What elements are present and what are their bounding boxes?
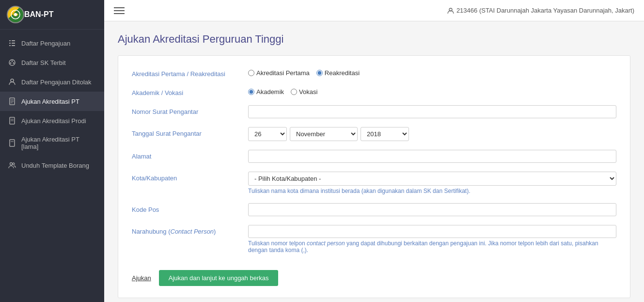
- radio-akreditasi-pertama[interactable]: Akreditasi Pertama: [248, 69, 310, 77]
- document3-icon: [8, 139, 16, 147]
- list-icon: [8, 39, 16, 48]
- kodepos-row: Kode Pos: [132, 203, 616, 216]
- sidebar: BAN-PT Daftar Pengajuan Daftar SK Terbit…: [0, 0, 104, 302]
- kodepos-field: [248, 203, 616, 216]
- radio-reakreditasi-label: Reakreditasi: [325, 69, 360, 77]
- page-content: Ajukan Akreditasi Perguruan Tinggi Akred…: [104, 21, 644, 302]
- topbar: 213466 (STAI Darunnajah Jakarta Yayasan …: [104, 0, 644, 21]
- narahubung-hint: Tuliskan nomor telpon contact person yan…: [248, 240, 616, 254]
- narahubung-input[interactable]: [248, 225, 616, 238]
- akreditasi-label: Akreditasi Pertama / Reakreditasi: [132, 67, 248, 78]
- svg-point-12: [11, 79, 14, 82]
- radio-akreditasi-pertama-label: Akreditasi Pertama: [256, 69, 310, 77]
- radio-vokasi-label: Vokasi: [299, 88, 317, 95]
- topbar-user: 213466 (STAI Darunnajah Jakarta Yayasan …: [447, 7, 634, 14]
- sidebar-title: BAN-PT: [24, 10, 53, 19]
- page-title: Ajukan Akreditasi Perguruan Tinggi: [118, 33, 630, 46]
- kota-field: - Pilih Kota/Kabupaten - Tuliskan nama k…: [248, 172, 616, 194]
- sidebar-item-daftar-pengajuan-ditolak[interactable]: Daftar Pengajuan Ditolak: [0, 72, 104, 92]
- document2-icon: [8, 116, 16, 125]
- radio-akademik-label: Akademik: [256, 88, 284, 95]
- alamat-label: Alamat: [132, 150, 248, 160]
- radio-akademik-input[interactable]: [248, 89, 254, 95]
- radio-akademik[interactable]: Akademik: [248, 88, 284, 95]
- sidebar-header: BAN-PT: [0, 0, 104, 30]
- logo-svg: [11, 10, 20, 19]
- nomor-surat-row: Nomor Surat Pengantar: [132, 105, 616, 118]
- day-select[interactable]: 26: [248, 127, 287, 141]
- sidebar-item-label: Ajukan Akreditasi PT [lama]: [21, 136, 96, 150]
- sidebar-item-daftar-pengajuan[interactable]: Daftar Pengajuan: [0, 33, 104, 53]
- radio-reakreditasi-input[interactable]: [316, 70, 323, 76]
- radio-vokasi[interactable]: Vokasi: [291, 88, 317, 95]
- sidebar-item-label: Daftar Pengajuan Ditolak: [21, 79, 92, 86]
- document-icon: [8, 97, 16, 106]
- logo-icon: [7, 6, 24, 23]
- kota-select[interactable]: - Pilih Kota/Kabupaten -: [248, 172, 616, 186]
- sidebar-item-unduh-template-borang[interactable]: Unduh Template Borang: [0, 156, 104, 175]
- svg-point-10: [13, 63, 15, 64]
- svg-rect-20: [10, 140, 15, 146]
- tanggal-label: Tanggal Surat Pengantar: [132, 127, 248, 137]
- ajukan-lanjut-button[interactable]: Ajukan dan lanjut ke unggah berkas: [159, 270, 279, 286]
- akreditasi-field: Akreditasi Pertama Reakreditasi: [248, 67, 616, 77]
- form-footer: Ajukan Ajukan dan lanjut ke unggah berka…: [132, 262, 616, 286]
- radio-reakreditasi[interactable]: Reakreditasi: [316, 69, 360, 77]
- topbar-user-label: 213466 (STAI Darunnajah Jakarta Yayasan …: [456, 7, 634, 14]
- radio-akreditasi-pertama-input[interactable]: [248, 70, 254, 76]
- nomor-surat-input[interactable]: [248, 105, 616, 118]
- kota-row: Kota/Kabupaten - Pilih Kota/Kabupaten - …: [132, 172, 616, 194]
- month-select[interactable]: November Januari Februari Maret April Me…: [290, 127, 358, 141]
- kota-hint: Tuliskan nama kota dimana institusi bera…: [248, 188, 616, 194]
- alamat-field: [248, 150, 616, 163]
- user-icon: [447, 7, 454, 14]
- alamat-row: Alamat: [132, 150, 616, 163]
- akreditasi-row: Akreditasi Pertama / Reakreditasi Akredi…: [132, 67, 616, 78]
- svg-point-9: [12, 61, 13, 62]
- sidebar-nav: Daftar Pengajuan Daftar SK Terbit Daftar…: [0, 30, 104, 175]
- nomor-surat-field: [248, 105, 616, 118]
- svg-rect-7: [12, 45, 15, 46]
- narahubung-label: Narahubung (Contact Person): [132, 225, 248, 235]
- tanggal-field: 26 November Januari Februari Maret April…: [248, 127, 616, 141]
- narahubung-label-text: Narahubung (Contact Person): [132, 228, 216, 235]
- svg-rect-5: [12, 43, 15, 44]
- svg-point-11: [10, 63, 12, 64]
- radio-vokasi-input[interactable]: [291, 89, 297, 95]
- menu-line-2: [114, 10, 125, 11]
- akademik-row: Akademik / Vokasi Akademik Vokasi: [132, 86, 616, 96]
- narahubung-field: Tuliskan nomor telpon contact person yan…: [248, 225, 616, 254]
- kota-label: Kota/Kabupaten: [132, 172, 248, 182]
- nomor-surat-label: Nomor Surat Pengantar: [132, 105, 248, 115]
- svg-point-1: [14, 13, 17, 16]
- tanggal-row: Tanggal Surat Pengantar 26 November Janu…: [132, 127, 616, 141]
- people-icon: [8, 161, 16, 170]
- sidebar-item-ajukan-akreditasi-pt-lama[interactable]: Ajukan Akreditasi PT [lama]: [0, 130, 104, 156]
- sidebar-item-label: Ajukan Akreditasi Prodi: [21, 117, 86, 125]
- alamat-input[interactable]: [248, 150, 616, 163]
- ajukan-button[interactable]: Ajukan: [132, 274, 151, 282]
- sidebar-item-label: Unduh Template Borang: [21, 162, 89, 169]
- palette-icon: [8, 58, 16, 67]
- sidebar-item-label: Ajukan Akreditasi PT: [21, 98, 79, 105]
- kodepos-label: Kode Pos: [132, 203, 248, 213]
- svg-point-22: [10, 163, 13, 165]
- sidebar-item-ajukan-akreditasi-prodi[interactable]: Ajukan Akreditasi Prodi: [0, 111, 104, 130]
- main-content: 213466 (STAI Darunnajah Jakarta Yayasan …: [104, 0, 644, 302]
- menu-line-1: [114, 7, 125, 8]
- narahubung-row: Narahubung (Contact Person) Tuliskan nom…: [132, 225, 616, 254]
- year-select[interactable]: 2018 2015 2016 2017 2019 2020: [361, 127, 409, 141]
- sidebar-item-daftar-sk-terbit[interactable]: Daftar SK Terbit: [0, 53, 104, 72]
- date-row: 26 November Januari Februari Maret April…: [248, 127, 616, 141]
- sidebar-item-ajukan-akreditasi-pt[interactable]: Ajukan Akreditasi PT: [0, 92, 104, 111]
- menu-toggle-button[interactable]: [114, 7, 125, 14]
- akademik-label: Akademik / Vokasi: [132, 86, 248, 96]
- akademik-radio-group: Akademik Vokasi: [248, 86, 616, 95]
- svg-rect-2: [9, 40, 11, 41]
- kodepos-input[interactable]: [248, 203, 616, 216]
- svg-point-23: [13, 163, 15, 165]
- svg-rect-6: [9, 45, 11, 46]
- svg-rect-4: [9, 43, 11, 44]
- akreditasi-radio-group: Akreditasi Pertama Reakreditasi: [248, 67, 616, 77]
- sidebar-item-label: Daftar SK Terbit: [21, 59, 66, 66]
